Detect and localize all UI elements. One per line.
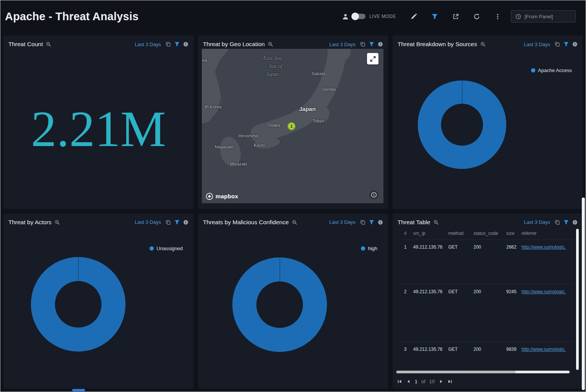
info-icon[interactable]: [378, 220, 383, 225]
info-icon[interactable]: [572, 220, 578, 225]
panel-threat-geo: Threat by Geo Location Last 3 Days: [198, 35, 388, 209]
zoom-in-icon[interactable]: [292, 220, 297, 225]
page-horizontal-scrollbar-thumb[interactable]: [72, 389, 85, 391]
page-vertical-scrollbar-thumb[interactable]: [582, 198, 585, 390]
chart-legend[interactable]: Apache Access: [531, 67, 572, 73]
dashboard-grid: Threat Count Last 3 Days 2.21M Threat by…: [0, 32, 586, 392]
next-page-icon[interactable]: [439, 379, 444, 384]
share-icon[interactable]: [452, 13, 459, 20]
copy-icon[interactable]: [360, 220, 365, 225]
table-horizontal-scrollbar[interactable]: [396, 371, 570, 373]
zoom-in-icon[interactable]: [433, 220, 439, 225]
zoom-in-icon[interactable]: [55, 220, 60, 225]
app-header: Apache - Threat Analysis LIVE MODE [From…: [0, 0, 586, 32]
time-range-selector[interactable]: [From Panel]: [511, 10, 576, 22]
clock-icon: [515, 14, 521, 19]
map-label: th Korea: [205, 104, 221, 109]
map-label: Hiroshima: [238, 133, 258, 138]
panel-title: Threat Table: [398, 219, 430, 226]
zoom-in-icon[interactable]: [480, 42, 486, 47]
panel-title: Threat Count: [8, 41, 43, 48]
current-page: 1: [415, 379, 417, 384]
donut-chart-sources[interactable]: [418, 80, 506, 169]
time-range-label[interactable]: Last 3 Days: [524, 42, 550, 47]
time-range-label[interactable]: Last 3 Days: [135, 219, 161, 225]
panel-filter-icon[interactable]: [174, 42, 180, 47]
cell-src-ip: 49.212.135.76: [413, 289, 448, 294]
panel-filter-icon[interactable]: [563, 42, 569, 47]
map-label: Sendai: [322, 87, 336, 92]
chart-legend[interactable]: Unassigned: [150, 246, 183, 251]
panel-filter-icon[interactable]: [369, 42, 374, 47]
cell-size: 9839: [506, 347, 522, 352]
cell-status-code: 200: [473, 244, 506, 250]
map-label: Miyazaki: [230, 162, 247, 166]
col-header-index[interactable]: #: [396, 231, 413, 236]
time-range-label[interactable]: Last 3 Days: [524, 219, 550, 225]
panel-title: Threat by Geo Location: [203, 41, 265, 48]
info-icon[interactable]: [572, 42, 578, 47]
map-label-sea: East Sea — Sea of Japan: [251, 54, 293, 78]
map-label: Kōchi: [254, 143, 265, 148]
scrollbar-thumb[interactable]: [396, 371, 516, 373]
refresh-icon[interactable]: [473, 13, 480, 20]
table-row[interactable]: 2 49.212.135.76 GET 200 9245 http://www.…: [396, 284, 574, 342]
cell-status-code: 200: [473, 289, 506, 294]
copy-icon[interactable]: [360, 42, 365, 47]
map-info-button[interactable]: [369, 190, 378, 199]
col-header-method[interactable]: method: [448, 231, 473, 236]
live-mode-toggle[interactable]: [353, 14, 365, 19]
time-range-label[interactable]: Last 3 Days: [329, 219, 356, 225]
info-icon: [371, 192, 377, 198]
time-range-label[interactable]: Last 3 Days: [329, 42, 356, 47]
zoom-in-icon[interactable]: [46, 42, 51, 47]
map-label-country: Japan: [299, 106, 316, 112]
header-controls: LIVE MODE [From Panel]: [342, 10, 576, 22]
cell-index: 3: [396, 347, 413, 352]
time-range-label[interactable]: Last 3 Days: [135, 42, 161, 47]
table-row[interactable]: 3 49.212.135.76 GET 200 9839 http://www.…: [396, 342, 574, 371]
donut-hole: [256, 281, 303, 328]
table-pagination: 1 of 10: [397, 379, 452, 384]
col-header-size[interactable]: size: [506, 231, 522, 236]
cell-referrer-link[interactable]: http://www.sumologic.: [522, 244, 574, 250]
map-fullscreen-button[interactable]: [367, 53, 378, 64]
info-icon[interactable]: [378, 42, 383, 47]
geo-map[interactable]: rea East Sea — Sea of Japan Sakata Senda…: [202, 49, 383, 203]
info-icon[interactable]: [183, 220, 188, 225]
copy-icon[interactable]: [166, 42, 171, 47]
cell-size: 2662: [506, 244, 522, 250]
kebab-menu-icon[interactable]: [494, 13, 501, 20]
info-icon[interactable]: [183, 42, 188, 47]
copy-icon[interactable]: [555, 220, 560, 225]
col-header-src-ip[interactable]: src_ip: [413, 231, 448, 236]
user-icon[interactable]: [342, 13, 349, 20]
previous-page-icon[interactable]: [406, 379, 411, 384]
legend-label: Apache Access: [538, 67, 572, 73]
map-label: Sakata: [312, 71, 325, 76]
zoom-in-icon[interactable]: [268, 42, 273, 47]
last-page-icon[interactable]: [448, 379, 452, 384]
map-label: Tokyo: [312, 119, 324, 123]
col-header-referrer[interactable]: referrer: [522, 231, 574, 236]
first-page-icon[interactable]: [397, 379, 402, 384]
map-cluster-marker[interactable]: 1: [287, 122, 296, 130]
donut-chart-actors[interactable]: [31, 257, 126, 352]
chart-legend[interactable]: high: [361, 246, 377, 251]
edit-icon[interactable]: [411, 13, 417, 20]
cell-referrer-link[interactable]: http://www.sumologic.: [522, 289, 574, 294]
mapbox-attribution[interactable]: mapbox: [206, 193, 238, 200]
cell-src-ip: 49.212.135.76: [413, 347, 448, 352]
live-mode-label: LIVE MODE: [369, 14, 396, 19]
panel-filter-icon[interactable]: [174, 220, 180, 225]
copy-icon[interactable]: [555, 42, 560, 47]
copy-icon[interactable]: [166, 220, 171, 225]
table-row[interactable]: 1 49.212.135.76 GET 200 2662 http://www.…: [396, 240, 574, 284]
col-header-status-code[interactable]: status_code: [473, 231, 506, 236]
filter-icon[interactable]: [431, 13, 438, 20]
cell-referrer-link[interactable]: http://www.sumologic.: [522, 347, 574, 352]
table-vertical-scrollbar[interactable]: [576, 229, 579, 370]
panel-filter-icon[interactable]: [369, 220, 374, 225]
donut-chart-confidence[interactable]: [232, 257, 327, 352]
panel-filter-icon[interactable]: [563, 220, 569, 225]
